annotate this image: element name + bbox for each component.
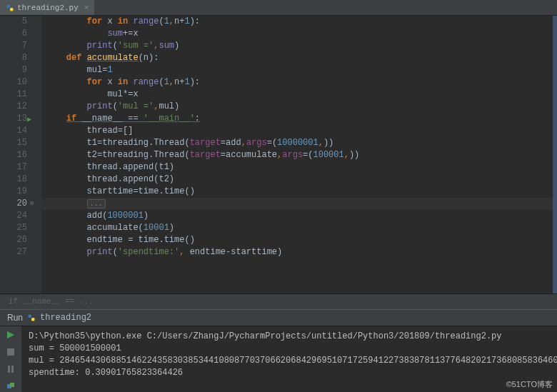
svg-rect-2 [29, 315, 32, 318]
code-line[interactable]: mul*=x [41, 89, 553, 101]
code-line[interactable]: thread.append(t2) [41, 174, 553, 186]
run-panel-header: Run threading2 [0, 309, 557, 326]
close-tab-icon[interactable]: × [84, 4, 89, 12]
svg-rect-3 [31, 318, 35, 321]
code-line[interactable]: add(1000001) [41, 210, 553, 222]
line-number[interactable]: 18 [0, 174, 27, 186]
code-line[interactable]: ... [41, 198, 553, 210]
code-area[interactable]: for x in range(1,n+1): sum+=x print('sum… [41, 16, 553, 293]
watermark: ©51CTO博客 [506, 379, 553, 390]
svg-rect-6 [11, 366, 14, 373]
code-line[interactable]: for x in range(1,n+1): [41, 16, 553, 28]
code-editor[interactable]: 56789101112▶13141516171819⊞2024252627 fo… [0, 16, 557, 293]
tab-filename: threading2.py [17, 4, 79, 12]
pause-button[interactable] [5, 363, 16, 375]
code-line[interactable]: endtime = time.time() [41, 234, 553, 246]
file-tab[interactable]: threading2.py × [0, 0, 95, 15]
run-gutter-icon[interactable]: ▶ [27, 115, 31, 124]
code-line[interactable]: print('sum =',sum) [41, 40, 553, 52]
line-number[interactable]: 25 [0, 222, 27, 234]
line-number[interactable]: 27 [0, 246, 27, 258]
code-line[interactable]: for x in range(1,n+1): [41, 76, 553, 89]
line-number[interactable]: 26 [0, 234, 27, 246]
fold-expand-icon[interactable]: ⊞ [30, 199, 34, 207]
line-number[interactable]: 16 [0, 149, 27, 161]
line-number[interactable]: 7 [0, 40, 27, 52]
restart-button[interactable] [5, 381, 16, 392]
line-number[interactable]: 20 [0, 198, 27, 210]
line-number[interactable]: 24 [0, 210, 27, 222]
run-label: Run [7, 313, 23, 323]
code-line[interactable]: accumulate(10001) [41, 222, 553, 234]
svg-rect-1 [10, 8, 14, 11]
breadcrumb[interactable]: if __name__ == ... [0, 293, 557, 309]
line-number[interactable]: 5 [0, 16, 27, 28]
code-line[interactable]: thread=[] [41, 125, 553, 137]
svg-rect-4 [7, 348, 14, 356]
svg-rect-5 [8, 366, 10, 373]
svg-rect-8 [10, 383, 14, 387]
line-number[interactable]: 14 [0, 125, 27, 137]
line-number[interactable]: 17 [0, 161, 27, 174]
code-line[interactable]: thread.append(t1) [41, 161, 553, 174]
code-line[interactable]: sum+=x [41, 28, 553, 40]
line-number[interactable]: 9 [0, 64, 27, 76]
line-number[interactable]: 8 [0, 52, 27, 64]
console-output[interactable]: D:\Python35\python.exe C:/Users/ZhangJ/P… [21, 326, 557, 392]
line-number[interactable]: 12 [0, 101, 27, 113]
python-run-icon [27, 313, 36, 322]
rerun-button[interactable] [5, 329, 16, 341]
line-number[interactable]: 19 [0, 186, 27, 198]
code-line[interactable]: starttime=time.time() [41, 186, 553, 198]
code-line[interactable]: if __name__ == '__main__': [41, 113, 553, 125]
line-number[interactable]: 10 [0, 76, 27, 89]
editor-tab-bar: threading2.py × [0, 0, 557, 16]
line-number[interactable]: 13 [0, 113, 27, 125]
line-number[interactable] [0, 258, 27, 271]
svg-rect-0 [7, 4, 11, 8]
run-toolbar [0, 326, 21, 392]
code-line[interactable]: print('spendtime:', endtime-starttime) [41, 246, 553, 258]
stop-button[interactable] [5, 346, 16, 358]
code-line[interactable]: print('mul =',mul) [41, 101, 553, 113]
python-file-icon [6, 4, 14, 12]
run-panel: D:\Python35\python.exe C:/Users/ZhangJ/P… [0, 326, 557, 392]
gutter: 56789101112▶13141516171819⊞2024252627 [0, 16, 41, 293]
code-line[interactable]: def accumulate(n): [41, 52, 553, 64]
line-number[interactable]: 15 [0, 137, 27, 149]
run-config-name: threading2 [40, 313, 91, 323]
code-line[interactable]: t2=threading.Thread(target=accumulate,ar… [41, 149, 553, 161]
line-number[interactable]: 11 [0, 89, 27, 101]
line-number[interactable]: 6 [0, 28, 27, 40]
code-line[interactable]: mul=1 [41, 64, 553, 76]
code-line[interactable]: t1=threading.Thread(target=add,args=(100… [41, 137, 553, 149]
code-line[interactable] [41, 258, 553, 271]
